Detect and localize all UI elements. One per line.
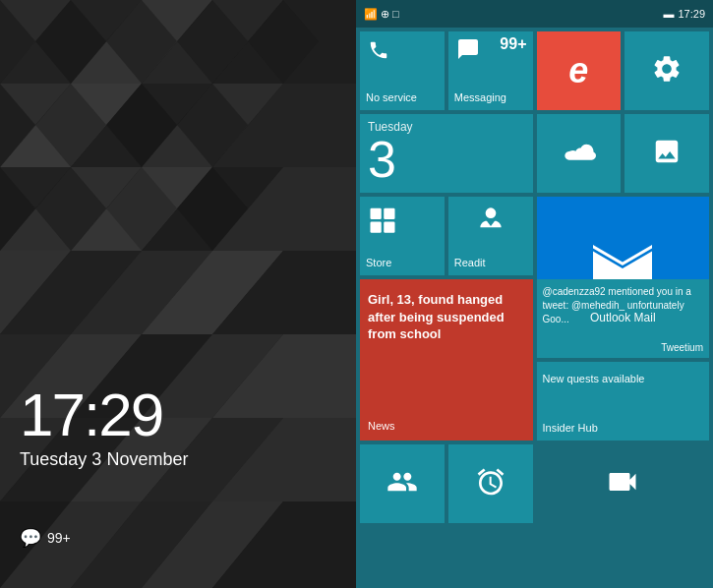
status-time: 17:29 xyxy=(678,8,705,20)
svg-rect-49 xyxy=(371,208,382,219)
message-icon: 💬 xyxy=(20,527,41,549)
settings-icon xyxy=(651,53,683,88)
photos-tile[interactable] xyxy=(624,114,709,193)
svg-rect-51 xyxy=(371,222,382,233)
phone-tile-label: No service xyxy=(366,91,439,104)
lock-screen: 17:29 Tuesday 3 November 💬 99+ xyxy=(0,0,356,588)
status-left: 📶 ⊕ □ xyxy=(364,8,399,21)
insider-preview: New quests available xyxy=(543,372,704,386)
video-tile[interactable] xyxy=(537,444,710,523)
messaging-tile-label: Messaging xyxy=(454,91,527,104)
phone-tile[interactable]: No service xyxy=(360,31,445,110)
lock-notification: 💬 99+ xyxy=(20,527,71,549)
notification-icon: □ xyxy=(392,8,399,20)
battery-icon: ▬ xyxy=(663,8,674,20)
messaging-badge: 99+ xyxy=(500,35,526,53)
messaging-icon xyxy=(456,37,480,65)
outlook-tile-label: Outlook Mail xyxy=(590,311,656,324)
home-screen: 📶 ⊕ □ ▬ 17:29 No service xyxy=(356,0,713,588)
lock-time-container: 17:29 Tuesday 3 November xyxy=(20,384,188,470)
settings-tile[interactable] xyxy=(624,31,709,110)
alarms-tile[interactable] xyxy=(448,444,533,523)
insider-tile-label: Insider Hub xyxy=(543,422,598,435)
lock-time: 17:29 xyxy=(20,384,188,445)
phone-icon xyxy=(368,39,389,67)
news-tile[interactable]: Girl, 13, found hanged after being suspe… xyxy=(360,279,533,441)
onedrive-icon xyxy=(561,138,596,169)
insider-tile[interactable]: New quests available Insider Hub xyxy=(537,362,710,441)
wifi-icon: ⊕ xyxy=(381,8,389,21)
signal-bars-icon: 📶 xyxy=(364,8,378,21)
photos-icon xyxy=(652,137,682,170)
store-tile[interactable]: Store xyxy=(360,197,445,275)
edge-icon: e xyxy=(568,50,588,91)
tile-grid: No service 99+ Messaging e xyxy=(356,28,713,523)
readit-tile-label: Readit xyxy=(454,257,527,269)
readit-tile[interactable]: Readit xyxy=(448,197,533,275)
video-icon xyxy=(605,464,640,503)
edge-tile[interactable]: e xyxy=(537,31,622,110)
status-right: ▬ 17:29 xyxy=(663,8,705,20)
calendar-day: Tuesday xyxy=(368,120,525,134)
store-icon xyxy=(368,205,397,238)
calendar-tile[interactable]: Tuesday 3 xyxy=(360,114,533,193)
svg-point-53 xyxy=(485,207,496,218)
calendar-date: 3 xyxy=(368,134,525,185)
lock-bg xyxy=(0,0,356,588)
lock-date: Tuesday 3 November xyxy=(20,449,188,470)
store-tile-label: Store xyxy=(366,257,439,269)
alarms-icon xyxy=(475,466,506,501)
status-bar: 📶 ⊕ □ ▬ 17:29 xyxy=(356,0,713,28)
people-icon xyxy=(386,466,418,501)
messaging-tile[interactable]: 99+ Messaging xyxy=(448,31,533,110)
notification-count: 99+ xyxy=(47,530,71,546)
news-headline: Girl, 13, found hanged after being suspe… xyxy=(368,291,525,343)
news-tile-label: News xyxy=(368,420,395,433)
onedrive-tile[interactable] xyxy=(537,114,622,193)
tweetium-tile-label: Tweetium xyxy=(661,342,703,354)
people-tile[interactable] xyxy=(360,444,445,523)
svg-rect-50 xyxy=(384,208,394,219)
svg-rect-52 xyxy=(384,222,394,233)
readit-icon xyxy=(475,203,506,238)
